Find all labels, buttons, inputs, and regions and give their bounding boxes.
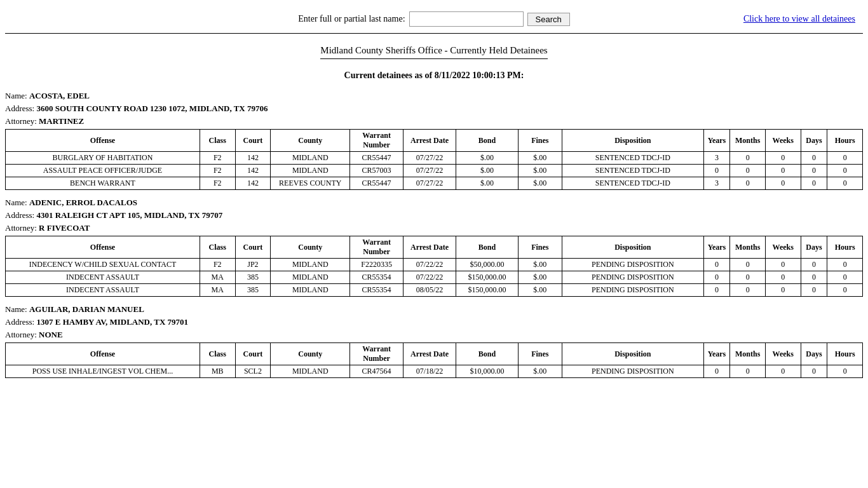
col-header-weeks: Weeks xyxy=(765,236,801,259)
col-header-class: Class xyxy=(200,236,235,259)
cell-hours: 0 xyxy=(827,259,863,271)
search-label: Enter full or partial last name: xyxy=(298,14,405,24)
detainee-address: Address: 1307 E HAMBY AV, MIDLAND, TX 79… xyxy=(5,317,863,327)
detainees-container: Name: ACOSTA, EDEL Address: 3600 SOUTH C… xyxy=(0,91,868,378)
detainee-attorney: Attorney: MARTINEZ xyxy=(5,116,863,126)
cell-weeks: 0 xyxy=(765,271,801,284)
cell-warrant: CR55354 xyxy=(350,284,403,297)
col-header-court: Court xyxy=(235,343,271,365)
cell-fines: $.00 xyxy=(518,152,562,165)
search-button[interactable]: Search xyxy=(527,13,570,26)
col-header-fines: Fines xyxy=(518,236,562,259)
cell-class: F2 xyxy=(200,177,235,190)
cell-years: 3 xyxy=(703,177,730,190)
col-header-days: Days xyxy=(801,343,827,365)
col-header-hours: Hours xyxy=(827,130,863,152)
cell-warrant: CR47564 xyxy=(350,365,403,378)
search-input[interactable] xyxy=(409,11,524,27)
cell-county: MIDLAND xyxy=(271,365,350,378)
col-header-hours: Hours xyxy=(827,236,863,259)
cell-disposition: PENDING DISPOSITION xyxy=(562,259,704,271)
current-date: Current detainees as of 8/11/2022 10:00:… xyxy=(0,71,868,81)
col-header-offense: Offense xyxy=(6,130,200,152)
table-row: INDECENT ASSAULT MA 385 MIDLAND CR55354 … xyxy=(6,271,863,284)
cell-warrant: CR55447 xyxy=(350,152,403,165)
cell-bond: $10,000.00 xyxy=(456,365,518,378)
col-header-county: County xyxy=(271,130,350,152)
cell-hours: 0 xyxy=(827,365,863,378)
table-header-row: Offense Class Court County Warrant Numbe… xyxy=(6,130,863,152)
detainee-section: Name: AGUILAR, DARIAN MANUEL Address: 13… xyxy=(5,304,863,378)
cell-years: 0 xyxy=(703,165,730,177)
cell-months: 0 xyxy=(730,271,766,284)
cell-disposition: SENTENCED TDCJ-ID xyxy=(562,177,704,190)
cell-years: 0 xyxy=(703,271,730,284)
col-header-days: Days xyxy=(801,236,827,259)
col-header-disposition: Disposition xyxy=(562,130,704,152)
cell-county: MIDLAND xyxy=(271,259,350,271)
cell-bond: $.00 xyxy=(456,177,518,190)
cell-warrant: CR55354 xyxy=(350,271,403,284)
cell-disposition: PENDING DISPOSITION xyxy=(562,365,704,378)
cell-fines: $.00 xyxy=(518,284,562,297)
col-header-fines: Fines xyxy=(518,343,562,365)
cell-weeks: 0 xyxy=(765,152,801,165)
cell-county: MIDLAND xyxy=(271,152,350,165)
cell-court: 142 xyxy=(235,165,271,177)
cell-arrest: 07/27/22 xyxy=(403,152,456,165)
detainee-section: Name: ADENIC, ERROL DACALOS Address: 430… xyxy=(5,198,863,297)
detainee-attorney: Attorney: R FIVECOAT xyxy=(5,223,863,233)
cell-weeks: 0 xyxy=(765,165,801,177)
cell-weeks: 0 xyxy=(765,177,801,190)
cell-offense: INDECENCY W/CHILD SEXUAL CONTACT xyxy=(6,259,200,271)
col-header-months: Months xyxy=(730,236,766,259)
cell-months: 0 xyxy=(730,177,766,190)
cell-class: F2 xyxy=(200,165,235,177)
detainee-address: Address: 3600 SOUTH COUNTY ROAD 1230 107… xyxy=(5,104,863,114)
col-header-disposition: Disposition xyxy=(562,343,704,365)
cell-days: 0 xyxy=(801,284,827,297)
cell-months: 0 xyxy=(730,165,766,177)
cell-days: 0 xyxy=(801,271,827,284)
cell-days: 0 xyxy=(801,165,827,177)
cell-weeks: 0 xyxy=(765,284,801,297)
cell-offense: BENCH WARRANT xyxy=(6,177,200,190)
top-bar: Enter full or partial last name: Search … xyxy=(0,0,868,33)
cell-disposition: PENDING DISPOSITION xyxy=(562,271,704,284)
col-header-bond: Bond xyxy=(456,236,518,259)
cell-court: 385 xyxy=(235,284,271,297)
detainee-section: Name: ACOSTA, EDEL Address: 3600 SOUTH C… xyxy=(5,91,863,190)
cell-bond: $50,000.00 xyxy=(456,259,518,271)
col-header-months: Months xyxy=(730,343,766,365)
cell-court: 142 xyxy=(235,177,271,190)
cell-hours: 0 xyxy=(827,152,863,165)
col-header-arrest: Arrest Date xyxy=(403,343,456,365)
table-row: BENCH WARRANT F2 142 REEVES COUNTY CR554… xyxy=(6,177,863,190)
col-header-months: Months xyxy=(730,130,766,152)
cell-days: 0 xyxy=(801,152,827,165)
cell-warrant: F2220335 xyxy=(350,259,403,271)
detainee-name: Name: ADENIC, ERROL DACALOS xyxy=(5,198,863,208)
cell-warrant: CR57003 xyxy=(350,165,403,177)
table-header-row: Offense Class Court County Warrant Numbe… xyxy=(6,236,863,259)
cell-fines: $.00 xyxy=(518,271,562,284)
cell-court: 385 xyxy=(235,271,271,284)
cell-disposition: SENTENCED TDCJ-ID xyxy=(562,152,704,165)
col-header-years: Years xyxy=(703,343,730,365)
table-row: POSS USE INHALE/INGEST VOL CHEM... MB SC… xyxy=(6,365,863,378)
cell-disposition: SENTENCED TDCJ-ID xyxy=(562,165,704,177)
col-header-court: Court xyxy=(235,236,271,259)
col-header-offense: Offense xyxy=(6,236,200,259)
offenses-table: Offense Class Court County Warrant Numbe… xyxy=(5,129,863,190)
cell-disposition: PENDING DISPOSITION xyxy=(562,284,704,297)
col-header-arrest: Arrest Date xyxy=(403,130,456,152)
cell-fines: $.00 xyxy=(518,177,562,190)
cell-arrest: 08/05/22 xyxy=(403,284,456,297)
col-header-warrant: Warrant Number xyxy=(350,130,403,152)
cell-bond: $.00 xyxy=(456,165,518,177)
cell-offense: INDECENT ASSAULT xyxy=(6,284,200,297)
table-row: INDECENCY W/CHILD SEXUAL CONTACT F2 JP2 … xyxy=(6,259,863,271)
cell-offense: BURGLARY OF HABITATION xyxy=(6,152,200,165)
cell-years: 0 xyxy=(703,284,730,297)
view-all-link[interactable]: Click here to view all detainees xyxy=(743,14,855,24)
